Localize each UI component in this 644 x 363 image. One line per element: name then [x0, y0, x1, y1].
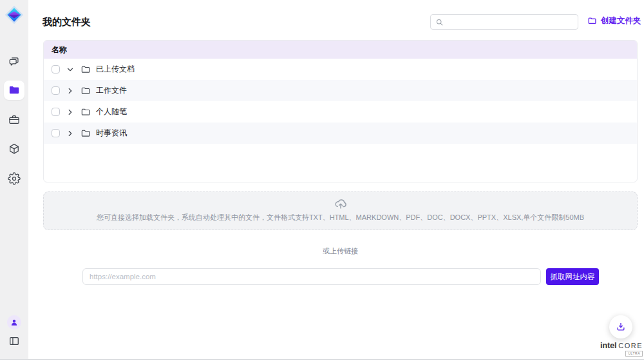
cube-icon	[8, 142, 21, 155]
chevron-icon[interactable]	[66, 108, 75, 117]
table-body: 已上传文档 工作文件 个人随笔 时事资讯	[44, 59, 637, 144]
user-avatar[interactable]	[7, 315, 21, 329]
folder-icon	[80, 86, 91, 96]
row-checkbox[interactable]	[52, 86, 60, 95]
search-box	[430, 14, 578, 30]
folder-plus-icon	[587, 16, 597, 26]
briefcase-icon	[8, 113, 21, 126]
url-input[interactable]	[82, 268, 541, 285]
intel-core-logo: intel core ultra	[600, 340, 643, 357]
sidebar	[0, 0, 28, 359]
row-checkbox[interactable]	[52, 65, 60, 74]
folder-row[interactable]: 已上传文档	[44, 59, 637, 80]
ultra-badge: ultra	[625, 351, 643, 357]
folder-name: 时事资讯	[96, 128, 127, 139]
folder-name: 已上传文档	[96, 64, 135, 75]
create-folder-label: 创建文件夹	[601, 15, 641, 26]
download-fab-button[interactable]	[609, 315, 632, 338]
table-header: 名称	[44, 41, 637, 59]
column-name-label: 名称	[52, 44, 67, 55]
folder-icon	[80, 107, 91, 117]
sidebar-item-toolbox[interactable]	[8, 113, 21, 126]
page-title: 我的文件夹	[43, 16, 91, 28]
sidebar-item-models[interactable]	[8, 142, 21, 155]
upload-dropzone[interactable]: 您可直接选择加载文件夹，系统自动处理其中的文件，文件格式支持TXT、HTML、M…	[43, 191, 638, 230]
search-icon	[435, 18, 444, 26]
row-checkbox[interactable]	[52, 108, 60, 116]
folder-icon	[80, 128, 91, 139]
folder-row[interactable]: 个人随笔	[44, 101, 637, 123]
chevron-icon[interactable]	[66, 65, 75, 74]
folder-icon	[8, 84, 21, 97]
chevron-icon[interactable]	[66, 129, 75, 138]
search-input[interactable]	[444, 15, 578, 29]
download-icon	[615, 321, 627, 333]
fetch-url-button[interactable]: 抓取网址内容	[546, 268, 599, 285]
upload-hint: 您可直接选择加载文件夹，系统自动处理其中的文件，文件格式支持TXT、HTML、M…	[97, 213, 584, 222]
sidebar-item-folders[interactable]	[4, 81, 24, 100]
intel-wordmark: intel	[600, 340, 616, 350]
app-window: 我的文件夹 创建文件夹 名称 已上传文档	[0, 0, 644, 363]
or-upload-link-label: 或上传链接	[43, 246, 638, 256]
folder-icon	[80, 64, 91, 75]
user-icon	[9, 317, 19, 328]
cloud-upload-icon	[334, 197, 348, 211]
create-folder-button[interactable]: 创建文件夹	[587, 15, 641, 26]
sidebar-item-settings[interactable]	[8, 172, 21, 185]
panel-toggle-icon[interactable]	[8, 335, 21, 348]
core-wordmark: core	[618, 342, 643, 349]
folder-table: 名称 已上传文档 工作文件 个人随笔	[43, 40, 638, 182]
gear-icon	[8, 172, 21, 185]
chevron-icon[interactable]	[66, 86, 75, 95]
folder-row[interactable]: 时事资讯	[44, 123, 637, 144]
sidebar-item-chat[interactable]	[8, 55, 21, 68]
chat-icon	[8, 55, 21, 68]
app-logo-icon[interactable]	[4, 5, 24, 25]
row-checkbox[interactable]	[52, 129, 60, 137]
folder-name: 个人随笔	[96, 106, 127, 117]
folder-name: 工作文件	[96, 85, 127, 96]
folder-row[interactable]: 工作文件	[44, 80, 637, 101]
